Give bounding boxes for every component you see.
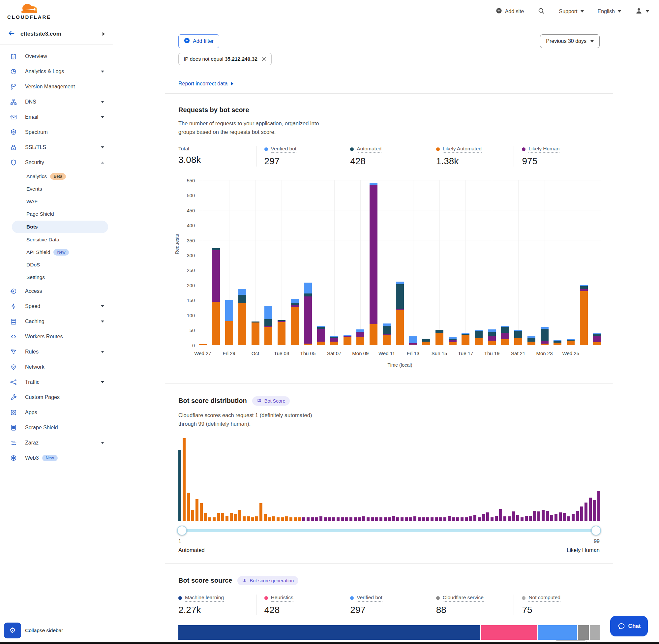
sidebar-item-security[interactable]: Security [0,155,113,170]
histogram-bar [255,516,258,521]
slider-track[interactable] [179,529,599,532]
report-row: Report incorrect data [165,74,613,93]
sidebar-item-waf[interactable]: WAF [0,195,113,208]
sidebar-item-rules[interactable]: Rules [0,344,113,360]
add-site-button[interactable]: Add site [496,7,524,15]
sidebar-item-ssl-tls[interactable]: SSL/TLS [0,140,113,155]
sidebar-item-access[interactable]: Access [0,283,113,299]
sidebar-item-spectrum[interactable]: Spectrum [0,125,113,140]
wrench-icon [10,394,17,401]
chart-bar [304,282,312,345]
chat-bubble-icon [617,622,626,630]
stat-label[interactable]: Automated [350,146,381,153]
sidebar-item-workers-routes[interactable]: Workers Routes [0,329,113,344]
remove-filter-icon[interactable] [261,57,266,62]
language-menu[interactable]: English [598,8,621,15]
chart-bar [514,330,522,345]
stat-label[interactable]: Cloudflare service [436,595,484,602]
legend-dot [522,147,525,151]
sidebar-item-api-shield[interactable]: API ShieldNew [0,246,113,258]
card-title: Bot score source [178,577,232,584]
chevron-down-icon [101,305,104,307]
cloudflare-logo[interactable]: CLOUDFLARE [7,3,51,20]
sidebar-item-events[interactable]: Events [0,183,113,195]
histogram-bar [187,493,190,521]
stat-label[interactable]: Heuristics [264,595,293,602]
stat-label[interactable]: Machine learning [178,595,224,602]
filter-chip[interactable]: IP does not equal 35.212.240.32 [178,53,272,65]
shield-gear-icon [10,129,17,136]
requests-stat-total: Total 3.08k [178,146,256,166]
chart-bar [501,326,509,345]
sidebar-item-ddos[interactable]: DDoS [0,258,113,271]
search-button[interactable] [538,7,545,16]
histogram-bar [469,516,472,521]
bot-score-generation-docs-badge[interactable]: Bot score generation [237,576,298,585]
source-stat-heuristics: Heuristics 428 [256,595,342,615]
x-axis-title: Time (local) [199,362,601,368]
score-range-slider[interactable] [178,525,600,536]
stat-label[interactable]: Verified bot [350,595,382,602]
date-range-select[interactable]: Previous 30 days [540,34,600,48]
bot-score-docs-badge[interactable]: Bot Score [252,396,290,406]
stat-label[interactable]: Likely Human [522,146,560,153]
legend-dot [264,596,268,600]
source-segment-heuristics [481,625,538,640]
sidebar-item-page-shield[interactable]: Page Shield [0,208,113,220]
sidebar-item-dns[interactable]: DNS [0,94,113,110]
chart-bar [488,329,496,345]
sidebar-item-overview[interactable]: Overview [0,49,113,64]
stat-label[interactable]: Likely Automated [436,146,481,153]
account-menu[interactable] [635,7,649,16]
doc-icon [10,424,17,431]
sidebar-item-scrape-shield[interactable]: Scrape Shield [0,420,113,435]
chart-bar [436,330,443,345]
site-switcher[interactable]: cftestsite3.com [0,23,113,45]
slider-handle-max[interactable] [591,526,601,535]
slider-handle-min[interactable] [177,526,187,535]
bar-segment-likely-human [330,338,338,342]
sidebar-item-network[interactable]: Network [0,360,113,374]
gridline [256,180,256,345]
sidebar-item-speed[interactable]: Speed [0,299,113,314]
stat-label[interactable]: Not computed [522,595,560,602]
sidebar-item-zaraz[interactable]: Zaraz [0,435,113,451]
histogram-bar [268,518,271,521]
collapse-sidebar-button[interactable]: Collapse sidebar [25,627,63,634]
sidebar-item-custom-pages[interactable]: Custom Pages [0,390,113,405]
histogram-bar [367,518,370,521]
branch-icon [10,83,17,90]
back-arrow-icon[interactable] [8,30,15,38]
sidebar-item-bots[interactable]: Bots [12,221,108,233]
sidebar-item-settings[interactable]: Settings [0,271,113,283]
x-tick-label: Thu 05 [300,350,316,356]
settings-gear-button[interactable]: ⚙ [4,623,21,638]
legend-dot [522,596,525,600]
chevron-down-icon [101,321,104,322]
chat-button[interactable]: Chat [610,616,648,637]
chevron-down-icon [101,442,104,444]
histogram-bar [572,514,574,521]
chevron-down-icon [101,101,104,103]
sidebar-item-analytics-logs[interactable]: Analytics & Logs [0,64,113,79]
sidebar-item-analytics[interactable]: AnalyticsBeta [0,170,113,183]
bar-segment-automated [541,329,548,341]
source-stat-verified-bot: Verified bot 297 [342,595,428,615]
sidebar-item-sensitive-data[interactable]: Sensitive Data [0,233,113,246]
histogram-bar [550,515,553,521]
source-stat-cloudflare-service: Cloudflare service 88 [428,595,514,615]
support-menu[interactable]: Support [559,8,584,15]
bar-segment-likely-automated [541,344,548,345]
histogram-bar [499,509,502,521]
stat-label[interactable]: Verified bot [264,146,297,153]
sidebar-item-web3[interactable]: Web3New [0,451,113,466]
report-incorrect-data-link[interactable]: Report incorrect data [178,81,228,87]
sidebar-item-email[interactable]: Email [0,110,113,125]
sidebar-item-apps[interactable]: Apps [0,405,113,420]
likely-human-end-label: Likely Human [567,547,600,553]
add-filter-button[interactable]: Add filter [178,34,219,48]
sidebar-item-traffic[interactable]: Traffic [0,374,113,390]
user-icon [635,7,643,16]
sidebar-item-version-management[interactable]: Version Management [0,79,113,94]
sidebar-item-caching[interactable]: Caching [0,314,113,329]
